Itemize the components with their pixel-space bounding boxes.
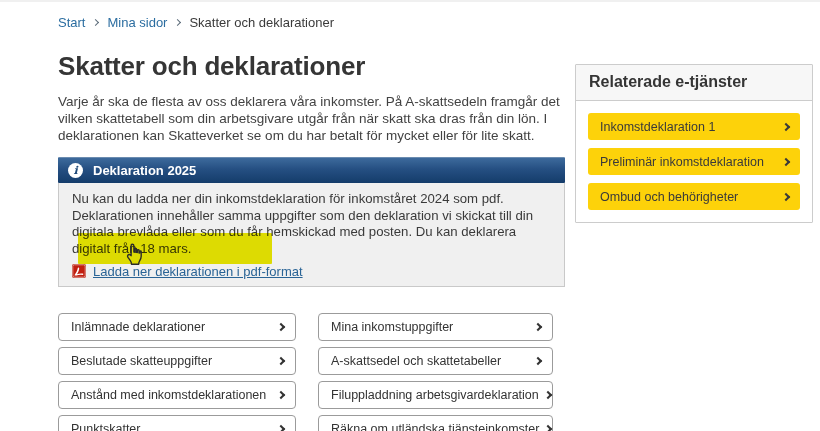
service-button-label: Filuppladdning arbetsgivardeklaration [331,388,539,402]
service-button-label: A-skattsedel och skattetabeller [331,354,501,368]
breadcrumb-current-page: Skatter och deklarationer [189,15,334,30]
breadcrumb-separator-icon [92,18,99,25]
info-circle-icon: i [68,163,83,178]
pdf-file-icon [72,264,86,278]
service-button-label: Punktskatter [71,422,140,431]
chevron-right-icon [277,357,285,365]
service-button-a-skattsedel[interactable]: A-skattsedel och skattetabeller [318,347,553,375]
breadcrumb: Start Mina sidor Skatter och deklaration… [58,14,565,30]
service-button-punktskatter[interactable]: Punktskatter [58,415,296,431]
service-button-grid: Inlämnade deklarationer Mina inkomstuppg… [58,313,565,431]
chevron-right-icon [534,323,542,331]
page-title: Skatter och deklarationer [58,51,565,82]
service-button-filuppladdning[interactable]: Filuppladdning arbetsgivardeklaration [318,381,553,409]
declaration-info-box: i Deklaration 2025 Nu kan du ladda ner d… [58,157,565,287]
chevron-right-icon [277,425,285,431]
breadcrumb-link-start[interactable]: Start [58,15,85,30]
service-button-anstand[interactable]: Anstånd med inkomstdeklarationen [58,381,296,409]
yellow-marker-highlight [78,233,272,264]
service-button-beslutade-skatteuppgifter[interactable]: Beslutade skatteuppgifter [58,347,296,375]
service-button-mina-inkomstuppgifter[interactable]: Mina inkomstuppgifter [318,313,553,341]
service-button-label: Mina inkomstuppgifter [331,320,453,334]
sidebar-body: Inkomstdeklaration 1 Preliminär inkomstd… [576,101,812,222]
sidebar-header: Relaterade e-tjänster [576,65,812,101]
service-button-label: Inlämnade deklarationer [71,320,205,334]
service-button-inlamnade-deklarationer[interactable]: Inlämnade deklarationer [58,313,296,341]
sidebar-button-ombud-och-behorigheter[interactable]: Ombud och behörigheter [588,183,800,210]
breadcrumb-link-mina-sidor[interactable]: Mina sidor [107,15,167,30]
chevron-right-icon [782,192,790,200]
chevron-right-icon [534,357,542,365]
sidebar-button-label: Ombud och behörigheter [600,190,738,204]
service-button-label: Beslutade skatteuppgifter [71,354,212,368]
sidebar-button-inkomstdeklaration-1[interactable]: Inkomstdeklaration 1 [588,113,800,140]
hand-pointer-icon [123,241,147,269]
service-button-label: Räkna om utländska tjänsteinkomster [331,422,539,431]
sidebar-button-preliminar-inkomstdeklaration[interactable]: Preliminär inkomstdeklaration [588,148,800,175]
intro-paragraph: Varje år ska de flesta av oss deklarera … [58,93,565,144]
service-button-label: Anstånd med inkomstdeklarationen [71,388,266,402]
info-box-header: i Deklaration 2025 [58,157,565,183]
breadcrumb-separator-icon [174,18,181,25]
chevron-right-icon [277,323,285,331]
skatteverket-page: { "breadcrumb": { "items": [ { "label": … [0,0,820,431]
service-button-rakna-om-utlandska[interactable]: Räkna om utländska tjänsteinkomster [318,415,553,431]
info-box-title: Deklaration 2025 [93,163,196,178]
sidebar-button-label: Inkomstdeklaration 1 [600,120,715,134]
chevron-right-icon [544,391,552,399]
chevron-right-icon [544,425,552,431]
chevron-right-icon [782,122,790,130]
main-content: Start Mina sidor Skatter och deklaration… [58,14,565,431]
related-eservices-panel: Relaterade e-tjänster Inkomstdeklaration… [575,64,813,223]
sidebar-button-label: Preliminär inkomstdeklaration [600,155,764,169]
sidebar-title: Relaterade e-tjänster [589,73,747,90]
chevron-right-icon [782,157,790,165]
chevron-right-icon [277,391,285,399]
